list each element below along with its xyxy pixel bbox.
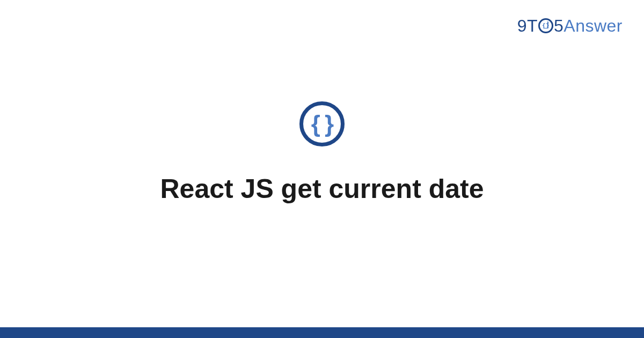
main-content: { } React JS get current date <box>0 0 644 338</box>
topic-icon-circle: { } <box>299 101 345 146</box>
page-title: React JS get current date <box>160 173 484 204</box>
code-braces-icon: { } <box>311 112 333 136</box>
footer-bar <box>0 327 644 338</box>
